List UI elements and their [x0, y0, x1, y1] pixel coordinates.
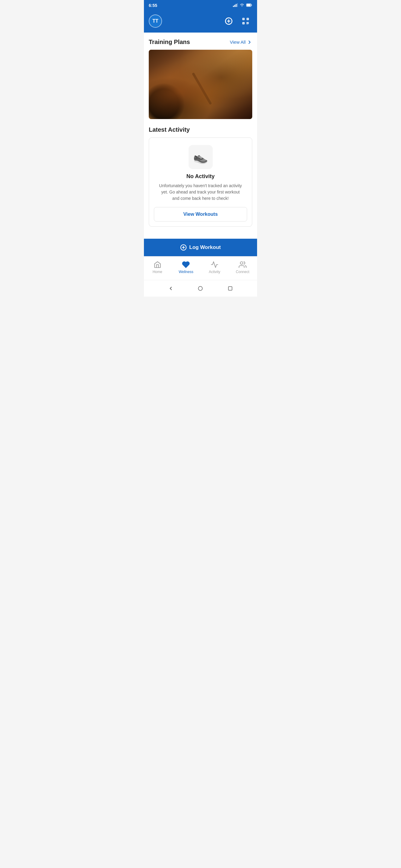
nav-item-connect[interactable]: Connect [231, 259, 254, 275]
svg-rect-1 [234, 5, 235, 7]
log-workout-label: Log Workout [189, 244, 221, 250]
plus-icon [180, 244, 187, 251]
android-home-button[interactable] [196, 284, 205, 293]
back-icon [168, 286, 173, 291]
add-button[interactable] [222, 14, 235, 28]
nav-wellness-label: Wellness [179, 270, 193, 274]
wellness-icon [182, 261, 190, 269]
nav-item-home[interactable]: Home [147, 259, 168, 275]
android-back-button[interactable] [166, 284, 175, 293]
recent-icon [228, 286, 233, 291]
view-all-link[interactable]: View All [230, 39, 252, 45]
no-activity-desc: Unfortunately you haven't tracked an act… [159, 183, 243, 202]
nav-item-activity[interactable]: Activity [204, 259, 225, 275]
svg-rect-5 [251, 4, 252, 6]
status-icons [233, 3, 252, 8]
log-workout-button[interactable]: Log Workout [144, 239, 257, 256]
avatar[interactable]: TT [149, 14, 162, 28]
status-bar: 6:55 [144, 0, 257, 11]
nav-activity-label: Activity [209, 270, 220, 274]
shoe-icon: 👟 [193, 150, 208, 164]
view-workouts-button[interactable]: View Workouts [154, 207, 247, 221]
svg-rect-13 [243, 19, 244, 19]
battery-icon [246, 3, 252, 8]
svg-rect-3 [237, 3, 238, 7]
nav-item-wellness[interactable]: Wellness [174, 259, 198, 275]
nav-connect-label: Connect [236, 270, 250, 274]
svg-rect-25 [228, 287, 232, 290]
connect-icon [239, 261, 247, 269]
android-home-icon [198, 286, 203, 291]
svg-point-24 [199, 286, 203, 290]
activity-card: 👟 No Activity Unfortunately you haven't … [149, 137, 252, 227]
svg-rect-6 [247, 4, 251, 6]
training-image-overlay [149, 50, 252, 119]
latest-activity-section: Latest Activity 👟 No Activity Unfortunat… [149, 126, 252, 227]
header-actions [222, 14, 252, 28]
no-activity-title: No Activity [187, 173, 214, 180]
training-image [149, 50, 252, 119]
training-plans-title: Training Plans [149, 38, 190, 45]
activity-icon [210, 261, 219, 269]
bottom-nav: Home Wellness Activity Connect [144, 256, 257, 280]
scan-button[interactable] [239, 14, 252, 28]
signal-icon [233, 3, 238, 8]
main-content: Training Plans View All Latest Activity … [144, 33, 257, 239]
status-time: 6:55 [149, 3, 157, 8]
android-nav [144, 280, 257, 297]
svg-rect-0 [233, 6, 234, 7]
svg-rect-14 [248, 19, 248, 19]
app-header: TT [144, 11, 257, 33]
nav-home-label: Home [153, 270, 162, 274]
view-all-label: View All [230, 39, 246, 44]
home-icon [153, 261, 162, 269]
no-activity-icon: 👟 [189, 145, 213, 169]
latest-activity-title: Latest Activity [149, 126, 252, 133]
svg-point-23 [240, 261, 243, 264]
wifi-icon [239, 3, 245, 8]
svg-rect-2 [236, 4, 236, 7]
android-recent-button[interactable] [226, 284, 235, 293]
svg-rect-15 [243, 23, 244, 24]
chevron-right-icon [247, 39, 252, 45]
training-plans-header: Training Plans View All [149, 38, 252, 45]
